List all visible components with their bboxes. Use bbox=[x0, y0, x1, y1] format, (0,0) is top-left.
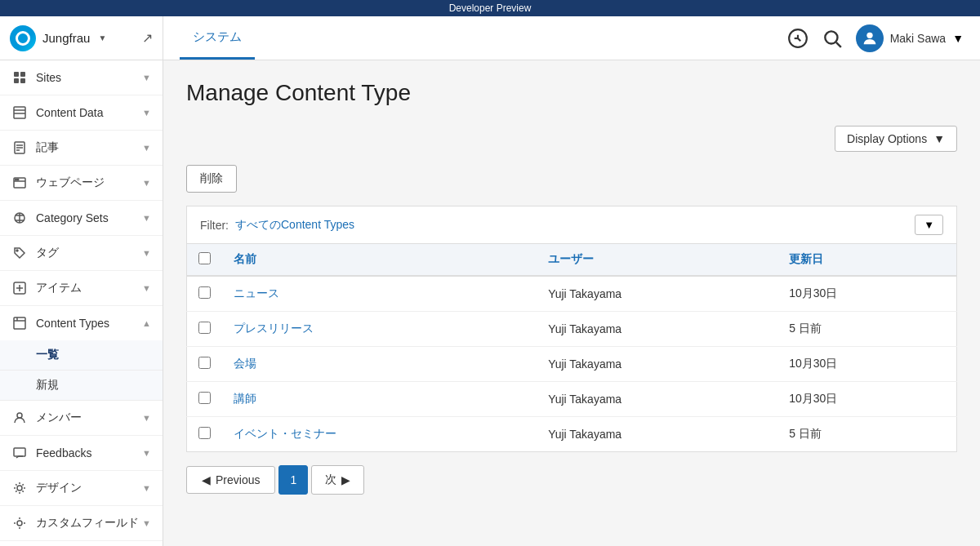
next-label: 次 bbox=[325, 473, 336, 487]
header-actions: Maki Sawa ▼ bbox=[771, 24, 980, 52]
display-options-row: Display Options ▼ bbox=[186, 126, 957, 152]
header: Jungfrau ▼ ↗ システム bbox=[0, 16, 980, 60]
row-name-link-4[interactable]: イベント・セミナー bbox=[234, 427, 336, 440]
sidebar-item-sites-label: Sites bbox=[36, 71, 142, 84]
svg-point-3 bbox=[866, 32, 872, 38]
sidebar-subitem-new[interactable]: 新規 bbox=[0, 371, 163, 401]
content-data-icon bbox=[11, 104, 28, 121]
nav-tab-system[interactable]: システム bbox=[180, 16, 255, 60]
row-checkbox-1[interactable] bbox=[198, 322, 211, 334]
row-user-4: Yuji Takayama bbox=[537, 417, 777, 452]
sidebar-item-category-sets[interactable]: Category Sets ▼ bbox=[0, 201, 163, 236]
sidebar-item-category-sets-chevron: ▼ bbox=[142, 213, 151, 223]
filter-label: Filter: bbox=[200, 219, 229, 232]
sidebar-item-content-data-chevron: ▼ bbox=[142, 108, 151, 118]
sidebar-subitem-list[interactable]: 一覧 bbox=[0, 340, 163, 371]
sidebar-item-design-chevron: ▼ bbox=[142, 483, 151, 493]
sidebar-item-content-types-label: Content Types bbox=[36, 317, 142, 330]
analytics-button[interactable] bbox=[787, 28, 808, 49]
row-name-link-1[interactable]: プレスリリース bbox=[234, 322, 314, 335]
svg-rect-5 bbox=[20, 72, 25, 77]
sidebar-item-feedbacks-label: Feedbacks bbox=[36, 446, 142, 459]
row-check-3 bbox=[187, 382, 223, 417]
row-user-0: Yuji Takayama bbox=[537, 276, 777, 312]
previous-label: Previous bbox=[216, 473, 260, 486]
sidebar-item-web-pages-chevron: ▼ bbox=[142, 178, 151, 188]
display-options-label: Display Options bbox=[847, 132, 927, 145]
row-check-1 bbox=[187, 312, 223, 347]
content-types-submenu: 一覧 新規 bbox=[0, 340, 163, 401]
logo-icon bbox=[10, 25, 36, 51]
articles-icon bbox=[11, 140, 28, 156]
sidebar-item-custom-fields[interactable]: カスタムフィールド ▼ bbox=[0, 506, 163, 541]
search-button[interactable] bbox=[822, 28, 843, 49]
page-number-1[interactable]: 1 bbox=[278, 465, 308, 495]
sidebar-item-sites-chevron: ▼ bbox=[142, 73, 151, 82]
sidebar-item-web-pages[interactable]: ウェブページ ▼ bbox=[0, 166, 163, 201]
svg-point-28 bbox=[17, 413, 22, 418]
sidebar-item-feedbacks[interactable]: Feedbacks ▼ bbox=[0, 436, 163, 471]
row-check-0 bbox=[187, 276, 223, 312]
svg-point-1 bbox=[825, 31, 837, 43]
svg-point-31 bbox=[17, 521, 22, 526]
page-title: Manage Content Type bbox=[186, 80, 957, 106]
display-options-button[interactable]: Display Options ▼ bbox=[835, 126, 957, 152]
sidebar-item-members[interactable]: メンバー ▼ bbox=[0, 401, 163, 436]
filter-dropdown-icon: ▼ bbox=[924, 219, 934, 231]
sidebar-item-custom-fields-label: カスタムフィールド bbox=[36, 516, 142, 530]
row-name-link-3[interactable]: 講師 bbox=[234, 392, 256, 405]
sidebar-item-members-chevron: ▼ bbox=[142, 413, 151, 423]
header-nav: システム bbox=[163, 16, 771, 60]
site-chevron-icon[interactable]: ▼ bbox=[98, 33, 106, 42]
row-name-link-2[interactable]: 会場 bbox=[234, 357, 256, 370]
user-menu[interactable]: Maki Sawa ▼ bbox=[856, 24, 964, 52]
row-checkbox-3[interactable] bbox=[198, 392, 211, 404]
sidebar-item-design[interactable]: デザイン ▼ bbox=[0, 471, 163, 506]
sidebar-item-sites[interactable]: Sites ▼ bbox=[0, 60, 163, 95]
sidebar-item-articles-chevron: ▼ bbox=[142, 143, 151, 153]
sidebar-item-items[interactable]: アイテム ▼ bbox=[0, 271, 163, 306]
sidebar-item-feedbacks-chevron: ▼ bbox=[142, 448, 151, 458]
filter-bar: Filter: すべてのContent Types ▼ bbox=[186, 206, 957, 243]
svg-point-17 bbox=[16, 179, 17, 180]
table-row: プレスリリース Yuji Takayama 5 日前 bbox=[187, 312, 957, 347]
table-row: ニュース Yuji Takayama 10月30日 bbox=[187, 276, 957, 312]
row-name-2: 会場 bbox=[222, 347, 537, 382]
sidebar-item-articles[interactable]: 記事 ▼ bbox=[0, 131, 163, 166]
user-name: Maki Sawa bbox=[890, 32, 946, 45]
select-all-checkbox[interactable] bbox=[198, 252, 211, 264]
previous-button[interactable]: ◀ Previous bbox=[186, 466, 275, 494]
sidebar-item-content-types[interactable]: Content Types ▲ bbox=[0, 306, 163, 340]
row-updated-1: 5 日前 bbox=[777, 312, 956, 347]
th-user: ユーザー bbox=[537, 244, 777, 277]
site-name[interactable]: Jungfrau bbox=[42, 31, 90, 45]
members-icon bbox=[11, 410, 28, 426]
external-link-icon[interactable]: ↗ bbox=[142, 30, 153, 46]
row-user-2: Yuji Takayama bbox=[537, 347, 777, 382]
category-sets-icon bbox=[11, 210, 28, 226]
sidebar-subitem-list-label: 一覧 bbox=[36, 348, 59, 362]
svg-rect-25 bbox=[14, 317, 25, 329]
content-types-table: 名前 ユーザー 更新日 ニュース Yuji Takayama 10月30日 プレ… bbox=[186, 243, 957, 452]
row-updated-4: 5 日前 bbox=[777, 417, 956, 452]
delete-button[interactable]: 削除 bbox=[186, 165, 237, 193]
filter-link[interactable]: すべてのContent Types bbox=[235, 218, 354, 233]
sidebar-item-items-label: アイテム bbox=[36, 281, 142, 295]
row-checkbox-0[interactable] bbox=[198, 286, 211, 299]
row-checkbox-2[interactable] bbox=[198, 357, 211, 369]
sidebar-subitem-new-label: 新規 bbox=[36, 378, 59, 393]
logo-inner bbox=[16, 31, 30, 46]
sidebar-item-content-data[interactable]: Content Data ▼ bbox=[0, 95, 163, 131]
sidebar-item-content-data-label: Content Data bbox=[36, 106, 142, 119]
th-check bbox=[187, 244, 223, 277]
feedbacks-icon bbox=[11, 445, 28, 461]
row-name-link-0[interactable]: ニュース bbox=[234, 286, 279, 300]
sidebar-item-tags[interactable]: タグ ▼ bbox=[0, 236, 163, 271]
next-button[interactable]: 次 ▶ bbox=[311, 465, 364, 495]
row-name-4: イベント・セミナー bbox=[222, 417, 537, 452]
sidebar-item-content-types-chevron: ▲ bbox=[142, 318, 151, 328]
row-name-1: プレスリリース bbox=[222, 312, 537, 347]
sidebar-item-settings[interactable]: 設定 ▼ bbox=[0, 541, 163, 546]
filter-dropdown-button[interactable]: ▼ bbox=[915, 215, 943, 235]
row-checkbox-4[interactable] bbox=[198, 427, 211, 439]
